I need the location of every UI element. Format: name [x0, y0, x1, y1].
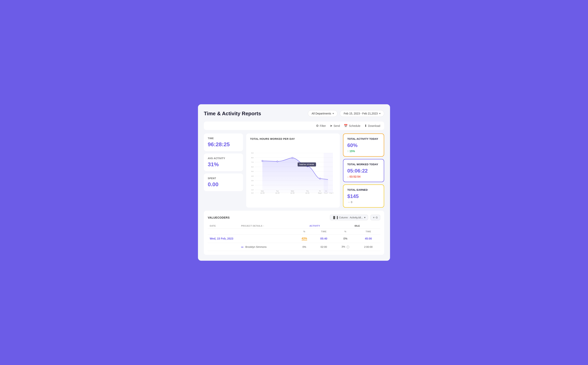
th-date: DATE: [208, 223, 239, 229]
svg-text:Jul 30: Jul 30: [290, 192, 294, 194]
chart-wrapper: 9.0 8.0 7.0 6.0 5.0 4.0 3.0 2.0 1.0 0.0: [250, 143, 336, 202]
spent-label: SPENT: [208, 177, 239, 180]
row-date-sub: [208, 243, 239, 251]
column-selector[interactable]: ▐▌▐ Column: Activity,Idl... ▾: [330, 215, 368, 220]
activity-table: DATE PROJECT DETAILS ↑ ACTIVITY IDLE % T…: [208, 223, 380, 251]
table-row: Brooklyn Simmons 0% 02:00 3% i 2:00:00: [208, 243, 380, 251]
total-worked-sub: ↓ 03:52:54: [347, 175, 380, 178]
svg-text:Mon: Mon: [261, 190, 264, 192]
total-worked-title: TOTAL WORKED TODAY: [347, 163, 380, 166]
main-container: Time & Activity Reports All Departments …: [198, 104, 390, 261]
column-icon: ▐▌▐: [332, 216, 338, 219]
svg-text:Wed: Wed: [291, 190, 294, 192]
side-cards: TOTAL ACTIVITY TODAY 60% ↑ 15% TOTAL WOR…: [343, 133, 384, 208]
avg-activity-value: 31%: [208, 161, 239, 168]
row-idle-pct: 0%: [334, 234, 357, 243]
arrow-right-icon: →: [347, 201, 351, 204]
header-controls: All Departments ▾ Feb 15, 2023 - Feb 21,…: [308, 110, 384, 117]
svg-text:Jul 29: Jul 29: [275, 192, 280, 194]
row-activity-time-sub: 02:00: [313, 243, 334, 251]
svg-text:7.0: 7.0: [251, 161, 254, 163]
spent-value: 0.00: [208, 181, 239, 188]
time-card: TIME 96:28:25: [204, 133, 243, 151]
total-activity-value: 60%: [347, 142, 380, 148]
svg-text:Jul 31: Jul 31: [305, 192, 309, 194]
row-idle-pct-sub: 3% i: [334, 243, 357, 251]
svg-text:5.0: 5.0: [251, 171, 254, 173]
avg-activity-label: AVG ACTIVITY: [208, 157, 239, 160]
chart-svg: 9.0 8.0 7.0 6.0 5.0 4.0 3.0 2.0 1.0 0.0: [250, 143, 336, 202]
svg-text:Fri: Fri: [319, 190, 321, 192]
svg-rect-20: [324, 153, 333, 193]
send-button[interactable]: ➤ Send: [330, 124, 340, 128]
content-area: TIME 96:28:25 AVG ACTIVITY 31% SPENT 0.0…: [204, 133, 384, 208]
svg-point-22: [277, 161, 278, 162]
chevron-down-icon: ▾: [364, 216, 365, 219]
group-button[interactable]: ≡ G: [371, 215, 380, 220]
th-idle-pct: %: [334, 229, 357, 234]
svg-text:Aug 1: Aug 1: [318, 192, 322, 194]
svg-text:Sat: Sat: [325, 190, 327, 192]
group-icon: ≡: [373, 216, 375, 219]
svg-text:Total hrs: 67:54:00: Total hrs: 67:54:00: [299, 163, 314, 165]
arrow-up-icon: ↑: [347, 150, 350, 153]
download-icon: ⬇: [364, 124, 367, 128]
avg-activity-card: AVG ACTIVITY 31%: [204, 154, 243, 171]
svg-text:0.0: 0.0: [251, 192, 254, 194]
th-idle-time: TIME: [357, 229, 380, 234]
table-controls: ▐▌▐ Column: Activity,Idl... ▾ ≡ G: [330, 215, 380, 220]
row-idle-time-sub: 2:00:00: [357, 243, 380, 251]
filter-button[interactable]: ⚙ Filter: [316, 124, 326, 128]
total-earned-sub: → 0: [347, 201, 380, 204]
svg-text:Aug 3: Aug 3: [329, 192, 333, 194]
info-icon: i: [347, 246, 349, 248]
date-range-selector[interactable]: Feb 15, 2023 - Feb 21,2023 ▾: [340, 110, 384, 117]
total-activity-sub: ↑ 15%: [347, 150, 380, 153]
svg-text:Thu: Thu: [306, 190, 309, 192]
th-activity-group: ACTIVITY: [295, 223, 334, 229]
table-row: Wed, 15 Feb, 2023 43% 05:40 0% 45:00: [208, 234, 380, 243]
page-title: Time & Activity Reports: [204, 111, 261, 117]
th-idle-group: IDLE: [334, 223, 380, 229]
row-activity-time: 05:40: [313, 234, 334, 243]
download-button[interactable]: ⬇ Download: [364, 124, 380, 128]
svg-text:8.0: 8.0: [251, 157, 254, 159]
metrics-column: TIME 96:28:25 AVG ACTIVITY 31% SPENT 0.0…: [204, 133, 243, 208]
table-header-row: VALUECODERS ▐▌▐ Column: Activity,Idl... …: [208, 215, 380, 220]
schedule-button[interactable]: 📅 Schedule: [344, 124, 360, 128]
svg-text:3.0: 3.0: [251, 180, 254, 182]
employee-indicator: [241, 247, 244, 247]
total-earned-value: $145: [347, 193, 380, 199]
svg-text:6.0: 6.0: [251, 166, 254, 168]
department-selector[interactable]: All Departments ▾: [308, 110, 338, 117]
svg-text:2.0: 2.0: [251, 184, 254, 186]
row-date: Wed, 15 Feb, 2023: [208, 234, 239, 243]
row-activity-pct: 43%: [295, 234, 313, 243]
svg-text:4.0: 4.0: [251, 175, 254, 177]
svg-point-23: [292, 157, 293, 158]
arrow-down-icon: ↓: [347, 175, 350, 178]
total-worked-value: 05:06:22: [347, 168, 380, 174]
total-activity-card: TOTAL ACTIVITY TODAY 60% ↑ 15%: [343, 133, 384, 157]
row-project: [239, 234, 295, 243]
row-activity-pct-sub: 0%: [295, 243, 313, 251]
time-value: 96:28:25: [208, 141, 239, 147]
svg-text:9.0: 9.0: [251, 152, 254, 154]
chevron-down-icon: ▾: [379, 112, 380, 115]
header: Time & Activity Reports All Departments …: [204, 110, 384, 117]
total-earned-card: TOTAL EARNED $145 → 0: [343, 184, 384, 208]
svg-text:Aug 2: Aug 2: [324, 192, 328, 194]
send-icon: ➤: [330, 124, 332, 128]
filter-icon: ⚙: [316, 124, 319, 128]
svg-text:1.0: 1.0: [251, 189, 254, 191]
row-employee: Brooklyn Simmons: [239, 243, 295, 251]
svg-text:Jul 28: Jul 28: [260, 192, 264, 194]
total-activity-title: TOTAL ACTIVITY TODAY: [347, 137, 380, 140]
th-activity-time: TIME: [313, 229, 334, 234]
time-label: TIME: [208, 137, 239, 140]
org-name: VALUECODERS: [208, 216, 230, 219]
th-project: PROJECT DETAILS ↑: [239, 223, 295, 229]
calendar-icon: 📅: [344, 124, 348, 128]
table-section: VALUECODERS ▐▌▐ Column: Activity,Idl... …: [204, 211, 384, 255]
toolbar: ⚙ Filter ➤ Send 📅 Schedule ⬇ Download: [204, 121, 384, 130]
